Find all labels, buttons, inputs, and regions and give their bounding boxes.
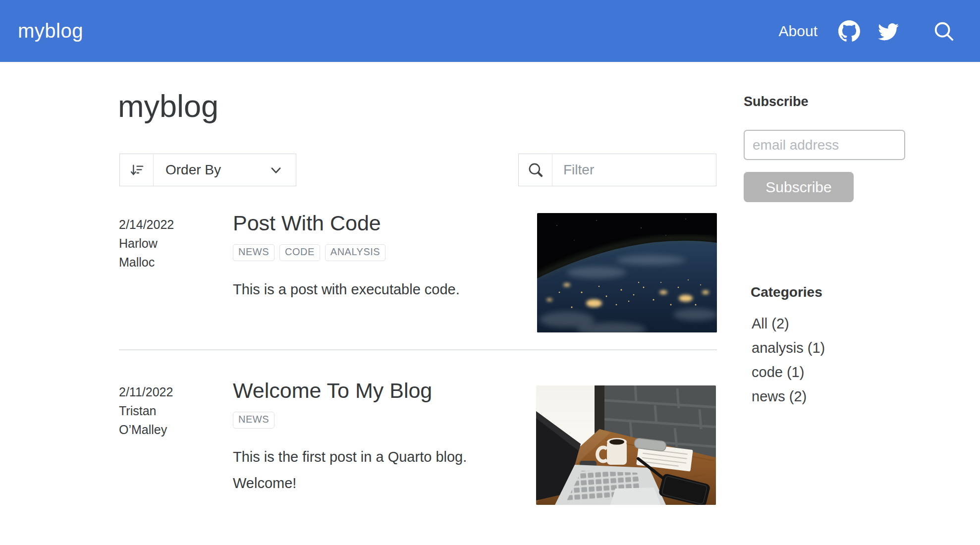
post-title-link[interactable]: Post With Code [233, 210, 513, 237]
post-separator [119, 349, 717, 350]
category-all[interactable]: All (2) [752, 312, 825, 336]
order-by-dropdown[interactable]: Order By [119, 154, 296, 186]
post-description: This is the first post in a Quarto blog.… [233, 444, 488, 496]
post-description: This is a post with executable code. [233, 276, 488, 303]
post-tags: NEWS [233, 412, 513, 429]
post-thumbnail-earth-at-night[interactable] [537, 213, 717, 332]
categories-heading: Categories [751, 284, 822, 300]
tag-news[interactable]: NEWS [233, 412, 274, 429]
subscribe-heading: Subscribe [744, 94, 809, 109]
navbar: myblog About [0, 0, 980, 62]
filter-control [518, 154, 716, 186]
subscribe-button[interactable]: Subscribe [744, 172, 854, 202]
category-analysis[interactable]: analysis (1) [752, 336, 825, 360]
sort-icon [120, 154, 154, 186]
post-meta: 2/11/2022 Tristan O’Malley [119, 378, 194, 496]
categories-list: All (2) analysis (1) code (1) news (2) [752, 312, 825, 409]
post-body: Post With Code NEWS CODE ANALYSIS This i… [233, 210, 513, 303]
post-date: 2/11/2022 [119, 382, 194, 401]
tag-analysis[interactable]: ANALYSIS [325, 244, 385, 261]
email-field[interactable] [744, 130, 905, 160]
tag-news[interactable]: NEWS [233, 244, 274, 261]
post-date: 2/14/2022 [119, 215, 194, 234]
navbar-right: About [779, 20, 955, 43]
category-news[interactable]: news (2) [752, 384, 825, 409]
filter-search-icon [519, 154, 552, 186]
nav-link-about[interactable]: About [779, 23, 817, 40]
twitter-icon[interactable] [878, 21, 899, 42]
category-code[interactable]: code (1) [752, 360, 825, 384]
post-title-link[interactable]: Welcome To My Blog [233, 378, 513, 404]
page-title: myblog [118, 88, 218, 124]
filter-input[interactable] [552, 154, 742, 186]
post-tags: NEWS CODE ANALYSIS [233, 244, 513, 261]
post-thumbnail-desk-laptop[interactable] [536, 385, 716, 505]
search-icon[interactable] [932, 20, 955, 43]
post-body: Welcome To My Blog NEWS This is the firs… [233, 378, 513, 496]
github-icon[interactable] [838, 20, 860, 42]
post-author: Tristan O’Malley [119, 401, 194, 439]
order-by-label: Order By [154, 154, 269, 186]
chevron-down-icon [269, 154, 296, 186]
post-author: Harlow Malloc [119, 234, 194, 272]
tag-code[interactable]: CODE [279, 244, 320, 261]
navbar-brand[interactable]: myblog [18, 20, 83, 42]
post-meta: 2/14/2022 Harlow Malloc [119, 210, 194, 303]
